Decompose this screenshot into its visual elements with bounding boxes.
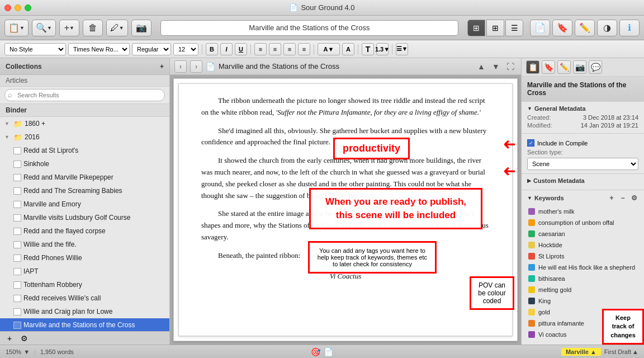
keyword-settings-button[interactable]: ⚙ xyxy=(629,194,638,202)
nav-fullscreen-button[interactable]: ⛶ xyxy=(504,60,517,73)
edit-button[interactable]: ✏️ xyxy=(575,20,595,36)
justify-button[interactable]: ≡ xyxy=(298,43,310,55)
sidebar-item[interactable]: Willie and the fife. xyxy=(0,238,169,251)
status-bar: 150% ▼ | 1,950 words 🎯 📄 Marville ▲ Firs… xyxy=(0,345,644,358)
window-title: 📄 Sour Ground 4.0 xyxy=(289,3,354,12)
bookmark-button[interactable]: 🔖 xyxy=(552,20,572,36)
bold-button[interactable]: B xyxy=(206,43,218,55)
productivity-annotation: productivity xyxy=(333,138,410,159)
rp-comment-button[interactable]: 💬 xyxy=(589,60,602,74)
delete-button[interactable]: 🗑 xyxy=(83,20,103,36)
publish-text-1: When you are ready to publish, xyxy=(319,195,473,209)
nav-down-button[interactable]: ▼ xyxy=(490,60,502,73)
view-mode-buttons[interactable]: ⊞ ⊞ ☰ xyxy=(467,20,523,36)
pov-chevron[interactable]: ▲ xyxy=(590,348,596,355)
sidebar-item[interactable]: Redd Phones Willie xyxy=(0,251,169,265)
rp-edit-button[interactable]: ✏️ xyxy=(557,60,571,74)
format-button[interactable]: 🖊 ▼ xyxy=(106,20,128,36)
zoom-value[interactable]: 150% xyxy=(6,348,21,355)
add-item-button[interactable]: + xyxy=(4,333,15,343)
underline-button[interactable]: U xyxy=(235,43,247,55)
sidebar-item[interactable]: Marville and the Stations of the Cross xyxy=(0,318,169,331)
custom-meta-arrow[interactable]: ▶ xyxy=(527,178,531,183)
file-checkbox xyxy=(13,214,21,222)
sidebar-item[interactable]: Tottenham Robbery xyxy=(0,278,169,291)
sidebar-item[interactable]: Redd and The Screaming Babies xyxy=(0,184,169,197)
align-left-button[interactable]: ≡ xyxy=(254,43,267,55)
maximize-button[interactable] xyxy=(25,4,31,11)
rp-photo-button[interactable]: 📷 xyxy=(573,60,586,74)
sidebar-item[interactable]: ▼ 📁 2016 xyxy=(0,130,169,144)
add-button[interactable]: + ▼ xyxy=(59,20,79,36)
compile-checkbox[interactable]: ✓ xyxy=(527,139,534,147)
draft-chevron[interactable]: ▲ xyxy=(632,348,638,355)
night-mode-button[interactable]: ◑ xyxy=(597,20,617,36)
italic-button[interactable]: I xyxy=(220,43,233,55)
search-input[interactable] xyxy=(4,89,165,101)
list-button[interactable]: ☰▼ xyxy=(396,43,408,55)
add-collection-button[interactable]: + xyxy=(160,63,164,70)
copy-button[interactable]: 📄 xyxy=(530,20,550,36)
file-checkbox xyxy=(13,322,21,329)
keywords-arrow[interactable]: ▼ xyxy=(527,195,532,201)
status-icon-1[interactable]: 🎯 xyxy=(311,347,320,356)
view-mode-outline[interactable]: ☰ xyxy=(505,20,523,36)
remove-keyword-button[interactable]: − xyxy=(618,194,627,202)
zoom-control[interactable]: 150% ▼ xyxy=(6,348,30,355)
keyword-text: mother's milk xyxy=(538,208,574,215)
pov-annotation: POV canbe colourcoded xyxy=(470,276,514,310)
traffic-lights[interactable] xyxy=(4,4,31,11)
expand-arrow: ▼ xyxy=(4,121,11,126)
zoom-chevron[interactable]: ▼ xyxy=(23,348,30,355)
separator-3 xyxy=(314,44,314,54)
sidebar-item[interactable]: Marville and Emory xyxy=(0,197,169,211)
info-button[interactable]: ℹ xyxy=(619,20,640,36)
sidebar-item[interactable]: Redd and the flayed corpse xyxy=(0,224,169,238)
font-weight-select[interactable]: Regular xyxy=(132,43,171,55)
keyword-item: St Liprots xyxy=(527,251,638,262)
sidebar-item[interactable]: IAPT xyxy=(0,265,169,278)
status-icon-2[interactable]: 📄 xyxy=(324,347,333,356)
pov-character-chip[interactable]: Marville ▲ xyxy=(561,348,601,356)
paragraph-style-select[interactable]: No Style xyxy=(4,43,66,55)
close-button[interactable] xyxy=(4,4,11,11)
search-button[interactable]: 🔍 ▼ xyxy=(32,20,56,36)
rp-bookmark-button[interactable]: 🔖 xyxy=(542,60,555,74)
sidebar-item[interactable]: Redd receives Willie's call xyxy=(0,291,169,305)
sidebar-item[interactable]: Redd and Marville Pikepepper xyxy=(0,171,169,184)
sidebar-settings-button[interactable]: ⚙ xyxy=(19,333,29,343)
sidebar-item[interactable]: Willie and Craig plan for Lowe xyxy=(0,305,169,318)
nav-back-button[interactable]: ‹ xyxy=(174,60,187,73)
text-options-button[interactable]: A▼ xyxy=(318,43,340,55)
sidebar-item[interactable]: Sinkhole xyxy=(0,157,169,171)
add-keyword-button[interactable]: + xyxy=(607,194,616,202)
nav-up-button[interactable]: ▲ xyxy=(475,60,487,73)
sidebar-item[interactable]: Marville visits Ludsbury Golf Course xyxy=(0,211,169,224)
status-right: Marville ▲ First Draft ▲ xyxy=(561,348,638,356)
align-center-button[interactable]: ≡ xyxy=(269,43,281,55)
sidebar-item[interactable]: ▼ 📁 1860 + xyxy=(0,117,169,130)
rp-inspector-button[interactable]: 📋 xyxy=(526,60,539,74)
compile-checkbox-row[interactable]: ✓ Include in Compile xyxy=(527,139,638,147)
line-spacing-button[interactable]: 1.3▼ xyxy=(376,43,389,55)
view-mode-scrivenings[interactable]: ⊞ xyxy=(467,20,485,36)
font-family-select[interactable]: Times New Ro... xyxy=(68,43,130,55)
minimize-button[interactable] xyxy=(15,4,21,11)
toolbar-right-buttons[interactable]: 📄 🔖 ✏️ ◑ ℹ xyxy=(530,20,640,36)
keyword-text: melting gold xyxy=(538,286,571,293)
char-format-button[interactable]: A xyxy=(342,43,354,55)
articles-item[interactable]: Articles xyxy=(0,75,169,87)
new-document-button[interactable]: 📋 ▼ xyxy=(4,20,29,36)
nav-forward-button[interactable]: › xyxy=(190,60,202,73)
section-type-select[interactable]: Scene xyxy=(527,158,638,170)
snapshot-button[interactable]: 📷 xyxy=(131,20,151,36)
collapse-arrow[interactable]: ▼ xyxy=(527,106,532,111)
arrow-modified: ➜ xyxy=(503,162,516,180)
align-right-button[interactable]: ≡ xyxy=(283,43,296,55)
font-size-select[interactable]: 12 xyxy=(173,43,198,55)
font-size-large[interactable]: T xyxy=(362,43,374,55)
sidebar-item[interactable]: Redd at St Liprot's xyxy=(0,144,169,157)
view-mode-corkboard[interactable]: ⊞ xyxy=(486,20,504,36)
draft-status[interactable]: First Draft ▲ xyxy=(604,348,638,355)
keyword-actions[interactable]: + − ⚙ xyxy=(607,194,638,202)
